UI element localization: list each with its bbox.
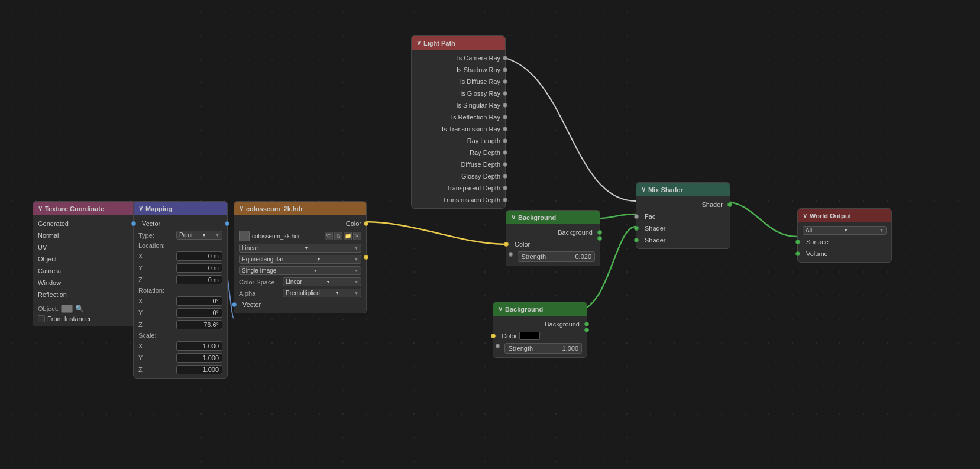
bg2-strength-socket[interactable]: [496, 344, 500, 348]
transparent-depth-socket[interactable]: [503, 186, 507, 190]
bg2-color-socket[interactable]: [491, 334, 496, 338]
loc-y-value[interactable]: 0 m: [176, 263, 222, 273]
mixshader-collapse-icon[interactable]: ∨: [641, 186, 646, 193]
scale-z-value[interactable]: 1.000: [176, 365, 222, 374]
single-image-row: Single Image ▼: [234, 265, 366, 276]
world-output-header: ∨ World Output: [798, 209, 891, 222]
alpha-dropdown[interactable]: Premultiplied ▼: [283, 289, 361, 297]
single-image-dropdown[interactable]: Single Image ▼: [239, 266, 361, 275]
mapping-vector-input-socket[interactable]: [131, 221, 136, 226]
mix-shader-node: ∨ Mix Shader Shader Fac Shader Shader: [636, 182, 730, 249]
mix-shader-out-socket[interactable]: [727, 202, 732, 207]
linear-row: Linear ▼: [234, 242, 366, 254]
bg1-collapse-icon[interactable]: ∨: [511, 214, 516, 221]
linear-dropdown[interactable]: Linear ▼: [239, 244, 361, 253]
image-picker-row: colosseum_2k.hdr 🛡 ⧉ 📁 ✕: [234, 229, 366, 242]
scale-y-value[interactable]: 1.000: [176, 353, 222, 363]
hdr-title: colosseum_2k.hdr: [246, 205, 303, 212]
vector-input-row: Vector: [234, 299, 366, 310]
close-icon[interactable]: ✕: [353, 232, 361, 240]
loc-x-row: X 0 m: [134, 250, 227, 262]
hdr-color-output-socket[interactable]: [364, 255, 368, 260]
is-camera-ray-socket[interactable]: [503, 56, 507, 60]
bg2-background-out[interactable]: [584, 322, 589, 326]
bg1-background-out[interactable]: [597, 230, 602, 235]
light-path-header: ∨ Light Path: [412, 36, 505, 50]
shader1-socket[interactable]: [634, 226, 639, 231]
bg2-strength-row: Strength 1.000: [493, 342, 587, 355]
from-instancer-checkbox[interactable]: [38, 315, 45, 322]
volume-socket[interactable]: [795, 251, 800, 256]
copy-icon[interactable]: ⧉: [334, 232, 342, 240]
loc-x-value[interactable]: 0 m: [176, 251, 222, 261]
image-preview: [239, 231, 250, 241]
mapping-vector-output-socket[interactable]: [225, 221, 229, 226]
eyedropper-icon[interactable]: 🔍: [75, 305, 84, 313]
mapping-node: ∨ Mapping Vector Type: Point ▼ Location:…: [133, 201, 228, 379]
ray-length-socket[interactable]: [503, 138, 507, 143]
lightpath-collapse-icon[interactable]: ∨: [416, 39, 421, 47]
mapping-collapse-icon[interactable]: ∨: [138, 205, 143, 212]
color-out-socket[interactable]: [364, 221, 368, 226]
type-label: Type:: [138, 232, 174, 239]
is-reflection-ray-row: Is Reflection Ray: [412, 111, 505, 123]
is-shadow-ray-row: Is Shadow Ray: [412, 64, 505, 76]
rot-x-value[interactable]: 0°: [176, 296, 222, 306]
is-reflection-ray-socket[interactable]: [503, 115, 507, 119]
rotation-label: Rotation:: [138, 287, 164, 294]
glossy-depth-socket[interactable]: [503, 174, 507, 179]
bg1-color-input: Color: [506, 238, 600, 250]
bg2-color-swatch[interactable]: [519, 332, 540, 340]
bg2-collapse-icon[interactable]: ∨: [498, 305, 503, 313]
worldoutput-collapse-icon[interactable]: ∨: [803, 212, 807, 219]
mix-shader-header: ∨ Mix Shader: [636, 183, 730, 196]
diffuse-depth-socket[interactable]: [503, 162, 507, 167]
type-dropdown[interactable]: Point ▼: [176, 231, 222, 240]
mix-shader-output: Shader: [636, 199, 730, 211]
loc-z-value[interactable]: 0 m: [176, 275, 222, 284]
is-glossy-ray-socket[interactable]: [503, 91, 507, 96]
bg1-strength-socket[interactable]: [509, 252, 513, 257]
is-diffuse-ray-socket[interactable]: [503, 79, 507, 84]
bg1-color-socket[interactable]: [504, 242, 509, 247]
folder-icon[interactable]: 📁: [344, 232, 352, 240]
shader2-socket[interactable]: [634, 238, 639, 242]
object-color-swatch[interactable]: [61, 305, 73, 313]
hdr-collapse-icon[interactable]: ∨: [239, 205, 244, 212]
surface-socket[interactable]: [795, 240, 800, 244]
scale-x-row: X 1.000: [134, 340, 227, 352]
equirect-dropdown[interactable]: Equirectangular ▼: [239, 255, 361, 264]
ray-depth-socket[interactable]: [503, 150, 507, 155]
ray-depth-row: Ray Depth: [412, 147, 505, 159]
bg2-color-input: Color: [493, 330, 587, 342]
rot-x-row: X 0°: [134, 295, 227, 307]
loc-z-label: Z: [138, 276, 174, 283]
scale-x-value[interactable]: 1.000: [176, 341, 222, 351]
is-shadow-ray-socket[interactable]: [503, 67, 507, 72]
hdr-vector-input-socket[interactable]: [232, 302, 237, 307]
ray-length-row: Ray Length: [412, 135, 505, 147]
rot-y-value[interactable]: 0°: [176, 308, 222, 318]
bg2-background-output: Background: [493, 318, 587, 330]
loc-z-row: Z 0 m: [134, 274, 227, 286]
bg1-strength-field[interactable]: Strength 0.020: [518, 251, 595, 262]
collapse-icon[interactable]: ∨: [38, 205, 43, 212]
transmission-depth-socket[interactable]: [503, 198, 507, 202]
background1-title: Background: [518, 214, 556, 221]
is-transmission-ray-socket[interactable]: [503, 127, 507, 131]
location-header: Location:: [134, 241, 227, 250]
fac-socket[interactable]: [634, 214, 639, 219]
shader1-input: Shader: [636, 222, 730, 234]
transmission-depth-row: Transmission Depth: [412, 194, 505, 206]
is-singular-ray-socket[interactable]: [503, 103, 507, 108]
bg2-strength-field[interactable]: Strength 1.000: [504, 343, 582, 354]
shield-icon[interactable]: 🛡: [325, 232, 333, 240]
background-node-2: ∨ Background Background Color Strength 1…: [493, 302, 587, 358]
world-output-dropdown[interactable]: All ▼: [803, 226, 887, 235]
color-space-dropdown[interactable]: Linear ▼: [283, 277, 361, 286]
rot-z-value[interactable]: 76.6°: [176, 320, 222, 329]
color-output-row: Color: [234, 218, 366, 229]
rot-z-row: Z 76.6°: [134, 319, 227, 331]
bg1-strength-row: Strength 0.020: [506, 250, 600, 263]
mapping-vector-input: Vector: [134, 218, 227, 229]
